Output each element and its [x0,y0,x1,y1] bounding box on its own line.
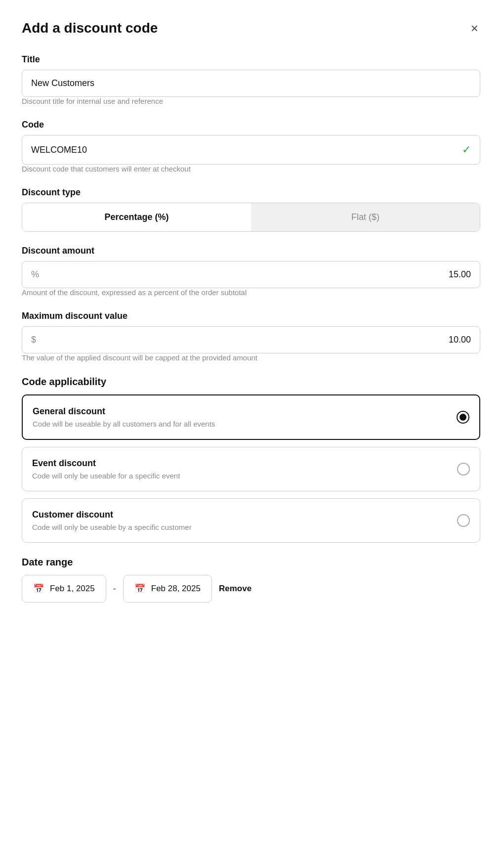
radio-event-desc: Code will only be useable for a specific… [32,472,449,480]
radio-customer-title: Customer discount [32,510,449,520]
discount-type-group: Discount type Percentage (%) Flat ($) [22,187,480,232]
radio-general[interactable]: General discount Code will be useable by… [22,394,480,440]
modal-container: Add a discount code × Title Discount tit… [0,0,502,868]
max-discount-label: Maximum discount value [22,311,480,321]
discount-amount-input[interactable] [44,269,471,280]
max-discount-prefix: $ [31,335,36,345]
start-date-button[interactable]: 📅 Feb 1, 2025 [22,575,106,603]
discount-type-toggle: Percentage (%) Flat ($) [22,203,480,232]
code-applicability-label: Code applicability [22,376,480,388]
toggle-percentage[interactable]: Percentage (%) [22,203,251,231]
radio-general-content: General discount Code will be useable by… [33,406,449,428]
end-date-button[interactable]: 📅 Feb 28, 2025 [123,575,212,603]
radio-general-inner [460,414,466,421]
title-label: Title [22,54,480,65]
date-range-label: Date range [22,557,480,568]
radio-event-content: Event discount Code will only be useable… [32,458,449,480]
radio-event[interactable]: Event discount Code will only be useable… [22,447,480,491]
modal-title: Add a discount code [22,20,158,36]
discount-amount-label: Discount amount [22,246,480,256]
code-applicability-group: Code applicability General discount Code… [22,376,480,543]
code-label: Code [22,120,480,130]
code-input-wrapper: ✓ [22,135,480,165]
modal-header: Add a discount code × [22,20,480,37]
discount-amount-prefix: % [31,269,39,280]
code-input[interactable] [31,145,462,155]
date-separator: - [113,584,116,594]
radio-event-circle [457,463,470,476]
max-discount-wrapper: $ [22,326,480,353]
date-range-group: Date range 📅 Feb 1, 2025 - 📅 Feb 28, 202… [22,557,480,603]
code-field-group: Code ✓ Discount code that customers will… [22,120,480,174]
check-icon: ✓ [462,143,471,156]
max-discount-group: Maximum discount value $ The value of th… [22,311,480,362]
radio-customer-circle [457,514,470,527]
radio-event-title: Event discount [32,458,449,469]
code-hint: Discount code that customers will enter … [22,165,191,173]
max-discount-input[interactable] [41,335,471,345]
end-date-label: Feb 28, 2025 [151,584,201,594]
radio-customer-content: Customer discount Code will only be usea… [32,510,449,531]
title-hint: Discount title for internal use and refe… [22,97,163,105]
radio-customer[interactable]: Customer discount Code will only be usea… [22,498,480,543]
radio-customer-desc: Code will only be useable by a specific … [32,523,449,531]
max-discount-hint: The value of the applied discount will b… [22,353,257,362]
discount-amount-wrapper: % [22,261,480,288]
radio-general-circle [457,411,469,424]
discount-type-label: Discount type [22,187,480,198]
close-button[interactable]: × [469,20,480,37]
radio-general-title: General discount [33,406,449,417]
title-field-group: Title Discount title for internal use an… [22,54,480,106]
remove-date-button[interactable]: Remove [219,581,251,597]
calendar-start-icon: 📅 [33,583,44,594]
discount-amount-hint: Amount of the discount, expressed as a p… [22,288,247,297]
radio-general-desc: Code will be useable by all customers an… [33,420,449,428]
title-input[interactable] [22,70,480,97]
start-date-label: Feb 1, 2025 [50,584,95,594]
discount-amount-group: Discount amount % Amount of the discount… [22,246,480,297]
toggle-flat[interactable]: Flat ($) [251,203,480,231]
calendar-end-icon: 📅 [134,583,145,594]
date-range-row: 📅 Feb 1, 2025 - 📅 Feb 28, 2025 Remove [22,575,480,603]
